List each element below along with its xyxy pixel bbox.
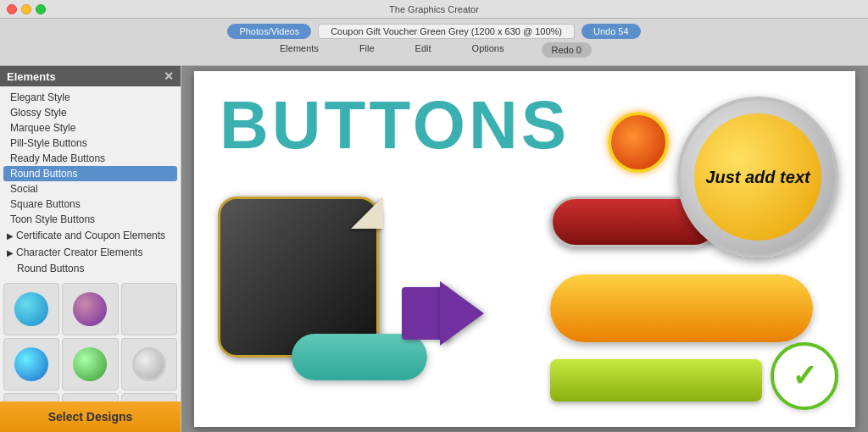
arrow-icon: ▶: [7, 248, 14, 258]
sidebar-header: Elements ✕: [0, 66, 181, 86]
thumb-2[interactable]: [62, 283, 118, 335]
toolbar-row2: Elements File Edit Options Redo 0: [276, 42, 592, 58]
sidebar-item-ready[interactable]: Ready Made Buttons: [0, 151, 181, 166]
sidebar-item-pill[interactable]: Pill-Style Buttons: [0, 136, 181, 151]
close-icon[interactable]: ✕: [164, 69, 174, 83]
thumb-5[interactable]: [62, 338, 118, 390]
thumb-circle-blue: [14, 292, 48, 326]
thumb-1[interactable]: [3, 283, 59, 335]
btn-purple-arrow[interactable]: [440, 281, 484, 346]
sidebar-item-round[interactable]: Round Buttons: [3, 166, 177, 181]
window-title: The Graphics Creator: [389, 4, 479, 14]
sidebar-item-marquee[interactable]: Marquee Style: [0, 120, 181, 136]
canvas-area: BUTTONS: [181, 66, 868, 432]
toolbar-row1: Photos/Videos Coupon Gift Voucher Green …: [227, 24, 640, 39]
maximize-dot[interactable]: [36, 4, 46, 14]
app: Photos/Videos Coupon Gift Voucher Green …: [0, 19, 868, 432]
sidebar-tree: Elegant Style Glossy Style Marquee Style…: [0, 86, 181, 280]
badge-green-check[interactable]: ✓: [771, 342, 838, 410]
content: Elements ✕ Elegant Style Glossy Style Ma…: [0, 66, 868, 432]
thumb-grid: [3, 283, 177, 402]
sidebar-thumbnail-grid: [0, 280, 181, 402]
thumb-4[interactable]: [3, 338, 59, 390]
menu-elements[interactable]: Elements: [276, 42, 322, 58]
thumb-circle-gray: [132, 347, 166, 381]
toolbar: Photos/Videos Coupon Gift Voucher Green …: [0, 19, 868, 66]
btn-teal-pill[interactable]: [292, 334, 427, 380]
sidebar: Elements ✕ Elegant Style Glossy Style Ma…: [0, 66, 181, 432]
corner-fold-icon: [351, 197, 383, 229]
sidebar-item-social[interactable]: Social: [0, 181, 181, 197]
menu-edit[interactable]: Edit: [412, 42, 435, 58]
thumb-circle-green: [73, 347, 107, 381]
sidebar-group-certificate[interactable]: ▶ Certificate and Coupon Elements: [0, 227, 181, 244]
thumb-7[interactable]: [3, 393, 59, 402]
sidebar-item-toon[interactable]: Toon Style Buttons: [0, 212, 181, 227]
check-icon: ✓: [792, 358, 817, 394]
select-designs-button[interactable]: Select Designs: [0, 402, 181, 432]
redo-button[interactable]: Redo 0: [542, 42, 592, 58]
thumb-9[interactable]: [121, 393, 177, 402]
sidebar-item-elegant[interactable]: Elegant Style: [0, 90, 181, 105]
btn-marquee-circle[interactable]: [608, 112, 669, 173]
sidebar-group-character-label: Character Creator Elements: [16, 246, 142, 258]
window-controls: [7, 4, 46, 14]
thumb-3[interactable]: [121, 283, 177, 335]
menu-options[interactable]: Options: [469, 42, 508, 58]
file-title: Coupon Gift Voucher Green Grey (1200 x 6…: [318, 24, 575, 39]
sidebar-group-character[interactable]: ▶ Character Creator Elements: [0, 244, 181, 261]
canvas-title: BUTTONS: [220, 86, 570, 164]
arrow-icon: ▶: [7, 231, 14, 241]
undo-button[interactable]: Undo 54: [581, 24, 641, 39]
sidebar-title: Elements: [7, 70, 56, 83]
sidebar-group-certificate-label: Certificate and Coupon Elements: [16, 230, 165, 241]
canvas: BUTTONS: [194, 71, 855, 427]
photos-videos-tab[interactable]: Photos/Videos: [227, 24, 311, 39]
minimize-dot[interactable]: [21, 4, 31, 14]
canvas-button-text: Just add text: [705, 168, 810, 186]
btn-large-gray-inner: Just add text: [694, 114, 821, 241]
btn-large-gray[interactable]: Just add text: [677, 97, 838, 258]
btn-green-rect[interactable]: [550, 359, 762, 402]
titlebar: The Graphics Creator: [0, 0, 868, 19]
sidebar-item-glossy[interactable]: Glossy Style: [0, 105, 181, 120]
close-dot[interactable]: [7, 4, 17, 14]
sidebar-sub-round[interactable]: Round Buttons: [0, 261, 181, 276]
thumb-circle-purple: [73, 292, 107, 326]
btn-orange-pill[interactable]: [550, 274, 813, 342]
thumb-6[interactable]: [121, 338, 177, 390]
thumb-circle-blue2: [14, 347, 48, 381]
sidebar-item-square[interactable]: Square Buttons: [0, 197, 181, 212]
menu-file[interactable]: File: [356, 42, 378, 58]
thumb-8[interactable]: [62, 393, 118, 402]
